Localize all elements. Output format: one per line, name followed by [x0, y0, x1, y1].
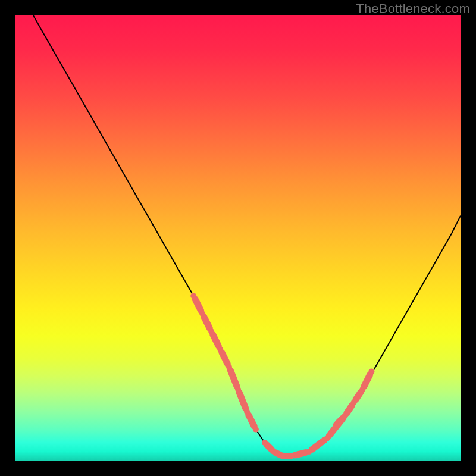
- highlight-dot: [217, 346, 223, 352]
- highlight-dot: [253, 427, 259, 433]
- curve-svg: [15, 15, 461, 461]
- chart-container: TheBottleneck.com: [0, 0, 476, 476]
- highlight-dot: [342, 413, 348, 419]
- highlight-dot: [235, 386, 241, 392]
- highlight-dot: [289, 453, 295, 459]
- watermark-text: TheBottleneck.com: [356, 1, 470, 17]
- bottleneck-curve: [33, 15, 461, 456]
- highlight-dash: [249, 415, 255, 426]
- highlight-dot: [280, 453, 286, 459]
- highlight-dot: [333, 422, 339, 428]
- marker-group: [190, 293, 374, 459]
- highlight-dash: [230, 371, 237, 386]
- highlight-dot: [199, 311, 205, 317]
- highlight-dot: [226, 364, 232, 370]
- highlight-dash: [275, 453, 280, 455]
- highlight-dash: [222, 352, 228, 364]
- highlight-dash: [267, 444, 271, 449]
- plot-area: [15, 15, 461, 461]
- highlight-dash: [295, 453, 306, 456]
- highlight-dot: [208, 328, 214, 334]
- highlight-dot: [359, 386, 365, 392]
- highlight-dot: [271, 449, 277, 455]
- highlight-dash: [364, 375, 370, 386]
- highlight-dash: [213, 334, 219, 346]
- highlight-dot: [306, 449, 312, 455]
- highlight-dot: [262, 440, 268, 446]
- highlight-dash: [347, 406, 352, 414]
- highlight-dot: [190, 293, 196, 299]
- highlight-dash: [195, 299, 201, 311]
- highlight-dot: [324, 436, 330, 441]
- highlight-dash: [356, 392, 361, 400]
- highlight-dot: [351, 400, 357, 406]
- highlight-dash: [239, 393, 246, 408]
- highlight-dash: [338, 418, 343, 423]
- curve-group: [33, 15, 461, 456]
- highlight-dash: [312, 440, 324, 449]
- highlight-dash: [204, 317, 210, 328]
- highlight-dot: [368, 368, 374, 374]
- highlight-dot: [244, 409, 250, 415]
